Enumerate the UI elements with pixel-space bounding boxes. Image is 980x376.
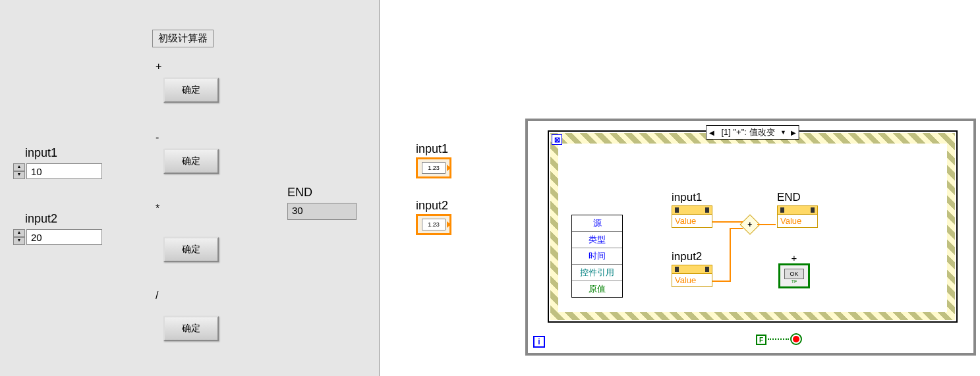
input2-field[interactable]: [26, 229, 102, 245]
minus-confirm-button[interactable]: 确定: [163, 149, 219, 174]
input2-dbl-icon[interactable]: 1.23: [416, 214, 451, 235]
input1-prop-label: input1: [672, 191, 702, 204]
divide-operator-label: /: [156, 290, 158, 302]
input2-label: input2: [25, 212, 57, 226]
arrow-right-icon: [447, 221, 451, 228]
wire: [712, 281, 730, 282]
event-inner-area: 源 类型 时间 控件引用 原值 input1 Value input2: [558, 144, 947, 312]
wire: [732, 221, 743, 223]
end-prop-label: END: [777, 191, 801, 204]
plus-icon: +: [747, 220, 752, 229]
while-loop[interactable]: ⊠ ◀ [1] "+": 值改变 ▼ ▶ 源 类型 时间 控件引用 原值: [525, 119, 976, 356]
stop-terminal[interactable]: [790, 333, 802, 345]
case-label[interactable]: [1] "+": 值改变: [717, 126, 778, 139]
input2-increment-button[interactable]: ▲: [13, 229, 25, 237]
calculator-title: 初级计算器: [152, 30, 214, 47]
event-case-selector: ◀ [1] "+": 值改变 ▼ ▶: [706, 125, 799, 140]
unbundle-oldval[interactable]: 原值: [572, 281, 622, 297]
stop-icon: [793, 336, 799, 342]
input1-spinner: ▲ ▼: [13, 163, 25, 179]
plus-bool-terminal[interactable]: + OK TF: [778, 263, 810, 288]
input1-value-prop[interactable]: Value: [672, 215, 712, 228]
prev-case-button[interactable]: ◀: [706, 126, 717, 139]
multiply-confirm-button[interactable]: 确定: [163, 237, 219, 262]
input1-terminal-label: input1: [416, 142, 448, 156]
dynamic-event-icon[interactable]: ⊠: [552, 134, 562, 145]
unbundle-ctlref[interactable]: 控件引用: [572, 265, 622, 281]
minus-operator-label: -: [156, 132, 159, 144]
divide-confirm-button[interactable]: 确定: [163, 316, 219, 341]
plus-bool-label: +: [792, 252, 797, 263]
wire: [730, 228, 731, 282]
end-display: 30: [287, 203, 357, 220]
plus-confirm-button[interactable]: 确定: [163, 78, 219, 103]
front-panel: 初级计算器 + 确定 - 确定 * 确定 / 确定 input1 ▲ ▼ inp…: [0, 0, 380, 376]
input2-value-prop[interactable]: Value: [672, 274, 712, 287]
iteration-terminal[interactable]: i: [533, 336, 545, 348]
input1-dbl-icon[interactable]: 1.23: [416, 157, 451, 178]
event-structure[interactable]: ⊠ ◀ [1] "+": 值改变 ▼ ▶ 源 类型 时间 控件引用 原值: [548, 130, 958, 323]
input1-field[interactable]: [26, 163, 102, 179]
input2-terminal: input2 1.23: [416, 199, 451, 235]
input2-control: ▲ ▼: [13, 229, 102, 245]
ok-button-icon: OK: [784, 269, 804, 279]
multiply-operator-label: *: [156, 203, 159, 215]
false-constant[interactable]: F: [756, 335, 766, 345]
input2-spinner: ▲ ▼: [13, 229, 25, 245]
plus-operator-label: +: [156, 61, 161, 72]
tf-label: TF: [792, 279, 797, 284]
arrow-right-icon: [447, 165, 451, 171]
input2-prop-label: input2: [672, 250, 702, 263]
input1-increment-button[interactable]: ▲: [13, 163, 25, 171]
prop-header-icon: [777, 205, 818, 215]
wire: [757, 224, 776, 225]
prop-header-icon: [672, 265, 712, 274]
input1-control: ▲ ▼: [13, 163, 102, 179]
case-dropdown-button[interactable]: ▼: [779, 126, 788, 139]
event-data-unbundle[interactable]: 源 类型 时间 控件引用 原值: [571, 215, 623, 298]
input1-decrement-button[interactable]: ▼: [13, 171, 25, 179]
input2-terminal-label: input2: [416, 199, 448, 213]
end-label: END: [287, 186, 312, 200]
wire: [730, 228, 743, 229]
input2-property-node[interactable]: input2 Value: [672, 265, 712, 287]
end-property-node[interactable]: END Value: [777, 205, 818, 228]
next-case-button[interactable]: ▶: [788, 126, 799, 139]
wire: [712, 221, 732, 223]
input2-decrement-button[interactable]: ▼: [13, 237, 25, 245]
prop-header-icon: [672, 205, 712, 215]
input1-label: input1: [25, 146, 57, 160]
unbundle-type[interactable]: 类型: [572, 232, 622, 248]
input1-property-node[interactable]: input1 Value: [672, 205, 712, 228]
input1-terminal: input1 1.23: [416, 142, 451, 178]
end-value-prop[interactable]: Value: [777, 215, 818, 228]
block-diagram: input1 1.23 input2 1.23 ⊠ ◀ [1] "+": 值改变…: [380, 0, 980, 376]
bool-wire: [768, 338, 789, 340]
unbundle-source[interactable]: 源: [572, 215, 622, 232]
unbundle-time[interactable]: 时间: [572, 248, 622, 265]
